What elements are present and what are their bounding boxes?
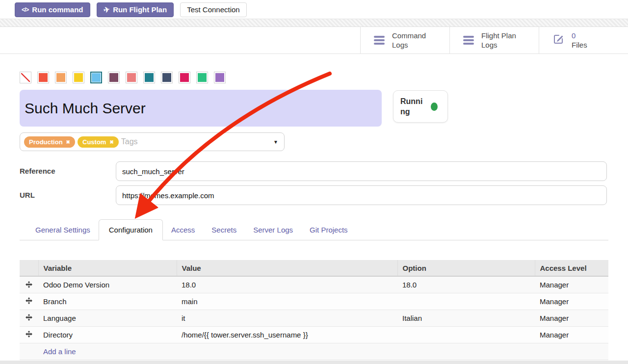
tab-server-logs[interactable]: Server Logs xyxy=(245,220,301,240)
swatch-raspberry[interactable] xyxy=(179,72,190,83)
cell-value[interactable]: /home/{{ tower.server.ssh_username }} xyxy=(177,326,397,343)
cell-value[interactable]: main xyxy=(177,293,397,310)
form-sheet: Such Much Server Running Production ✖ Cu… xyxy=(0,72,628,360)
cell-value[interactable]: it xyxy=(177,310,397,326)
list-icon xyxy=(463,36,474,45)
table-header-row: Variable Value Option Access Level xyxy=(20,260,608,276)
cell-value[interactable]: 18.0 xyxy=(177,276,397,293)
drag-handle-icon[interactable] xyxy=(26,297,32,306)
dropdown-caret-icon[interactable]: ▼ xyxy=(273,139,278,145)
color-picker xyxy=(20,72,608,83)
cell-access-level[interactable]: Manager xyxy=(535,326,608,343)
bottom-scroll-strip xyxy=(0,361,628,364)
cell-option[interactable]: 18.0 xyxy=(397,276,535,293)
run-command-label: Run command xyxy=(32,5,83,14)
plane-icon: ✈ xyxy=(103,5,110,15)
swatch-orange[interactable] xyxy=(55,72,67,83)
reference-label: Reference xyxy=(20,161,116,181)
cell-access-level[interactable]: Manager xyxy=(535,276,608,293)
field-group: Reference such_much_server URL https://m… xyxy=(20,161,607,205)
tab-general-settings[interactable]: General Settings xyxy=(27,220,99,240)
swatch-purple[interactable] xyxy=(214,72,226,83)
column-header-value[interactable]: Value xyxy=(177,260,397,276)
tag-custom[interactable]: Custom ✖ xyxy=(78,136,119,148)
code-icon: </> xyxy=(22,5,28,14)
table-row[interactable]: Odoo Demo Version 18.0 18.0 Manager xyxy=(20,276,608,293)
status-label: Running xyxy=(400,96,426,117)
swatch-green[interactable] xyxy=(196,72,208,83)
tag-production[interactable]: Production ✖ xyxy=(24,136,75,148)
run-flight-plan-button[interactable]: ✈ Run Flight Plan xyxy=(97,2,174,17)
reference-input[interactable]: such_much_server xyxy=(116,161,607,181)
swatch-no-color[interactable] xyxy=(20,72,31,83)
tags-input[interactable]: Production ✖ Custom ✖ Tags ▼ xyxy=(20,132,285,151)
swatch-dark-purple[interactable] xyxy=(108,72,120,83)
cell-option[interactable]: Italian xyxy=(397,310,535,326)
cell-variable: Directory xyxy=(43,331,73,339)
cell-variable: Odoo Demo Version xyxy=(43,281,109,289)
reference-field-row: Reference such_much_server xyxy=(20,161,607,181)
swatch-salmon[interactable] xyxy=(126,72,137,83)
drag-handle-icon[interactable] xyxy=(26,314,32,322)
list-icon xyxy=(374,36,385,45)
tab-secrets[interactable]: Secrets xyxy=(203,220,245,240)
status-dot xyxy=(431,103,438,111)
cell-variable: Branch xyxy=(43,297,67,306)
handle-column-header xyxy=(20,260,38,276)
tab-git-projects[interactable]: Git Projects xyxy=(301,220,356,240)
files-label: 0 Files xyxy=(572,31,587,50)
remove-tag-icon[interactable]: ✖ xyxy=(66,139,70,145)
edit-icon xyxy=(552,33,564,47)
swatch-navy[interactable] xyxy=(161,72,173,83)
test-connection-label: Test Connection xyxy=(187,5,240,14)
tab-access[interactable]: Access xyxy=(163,220,203,240)
run-flight-plan-label: Run Flight Plan xyxy=(113,5,167,14)
tags-placeholder: Tags xyxy=(121,137,138,146)
texture-divider xyxy=(0,19,628,27)
remove-tag-icon[interactable]: ✖ xyxy=(109,139,113,145)
notebook-tabs: General Settings Configuration Access Se… xyxy=(20,219,608,240)
action-toolbar: </> Run command ✈ Run Flight Plan Test C… xyxy=(0,0,628,19)
url-input[interactable]: https://memes.example.com xyxy=(116,185,607,205)
column-header-access-level[interactable]: Access Level xyxy=(535,260,608,276)
table-row[interactable]: Language it Italian Manager xyxy=(20,310,608,326)
command-logs-button[interactable]: Command Logs xyxy=(360,27,449,53)
table-row[interactable]: Branch main Manager xyxy=(20,293,608,310)
drag-handle-icon[interactable] xyxy=(26,281,32,289)
cell-option[interactable] xyxy=(397,293,535,310)
cell-access-level[interactable]: Manager xyxy=(535,310,608,326)
add-a-line-link[interactable]: Add a line xyxy=(43,347,76,356)
swatch-light-blue-selected[interactable] xyxy=(90,72,102,83)
table-row[interactable]: Directory /home/{{ tower.server.ssh_user… xyxy=(20,326,608,343)
swatch-teal[interactable] xyxy=(143,72,155,83)
tab-configuration[interactable]: Configuration xyxy=(99,219,163,240)
run-command-button[interactable]: </> Run command xyxy=(15,2,90,17)
server-name-input[interactable]: Such Much Server xyxy=(20,90,382,127)
cell-option[interactable] xyxy=(397,326,535,343)
cell-variable: Language xyxy=(43,314,76,322)
drag-handle-icon[interactable] xyxy=(26,331,32,339)
flight-plan-logs-button[interactable]: Flight Plan Logs xyxy=(449,27,539,53)
column-header-option[interactable]: Option xyxy=(397,260,535,276)
flight-plan-logs-label: Flight Plan Logs xyxy=(481,31,516,50)
url-field-row: URL https://memes.example.com xyxy=(20,185,607,205)
url-label: URL xyxy=(20,185,116,205)
variables-table: Variable Value Option Access Level Odoo … xyxy=(20,260,608,360)
title-row: Such Much Server Running xyxy=(20,90,608,127)
column-header-variable[interactable]: Variable xyxy=(38,260,177,276)
files-button[interactable]: 0 Files xyxy=(539,27,628,53)
status-badge[interactable]: Running xyxy=(393,90,448,123)
swatch-yellow[interactable] xyxy=(73,72,84,83)
command-logs-label: Command Logs xyxy=(392,31,426,50)
add-line-row: Add a line xyxy=(20,343,608,360)
swatch-red[interactable] xyxy=(37,72,49,83)
cell-access-level[interactable]: Manager xyxy=(535,293,608,310)
test-connection-button[interactable]: Test Connection xyxy=(180,2,247,17)
button-box: Command Logs Flight Plan Logs 0 Files xyxy=(0,27,628,54)
